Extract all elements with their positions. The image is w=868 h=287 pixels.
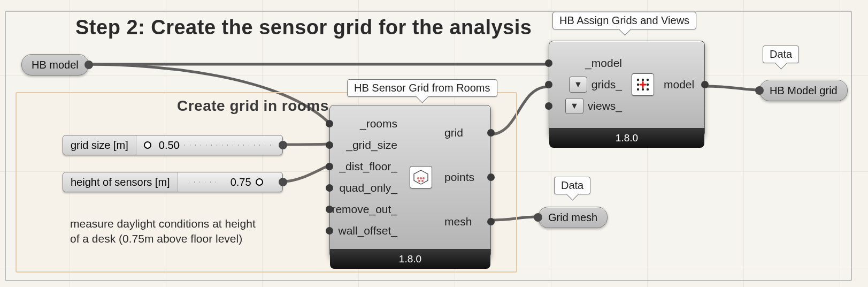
- input-port[interactable]: [545, 59, 552, 67]
- input-port[interactable]: [545, 102, 552, 110]
- param-grid-size[interactable]: grid size [m] 0.50: [63, 135, 283, 155]
- input-port[interactable]: [326, 120, 333, 127]
- component-assign-grids[interactable]: _model ▼ grids_ ▼ views_: [549, 41, 705, 137]
- slider-knob[interactable]: [256, 178, 263, 186]
- sensor-grid-title-bubble: HB Sensor Grid from Rooms: [347, 79, 497, 97]
- param-grid-size-track[interactable]: 0.50: [136, 135, 282, 155]
- svg-point-5: [421, 180, 424, 182]
- input-port[interactable]: [326, 141, 333, 149]
- component-version: 1.8.0: [330, 249, 490, 269]
- output-nip[interactable]: [279, 178, 287, 186]
- svg-point-1: [417, 177, 419, 179]
- svg-point-2: [420, 177, 422, 179]
- inner-group-title: Create grid in rooms: [177, 97, 329, 115]
- step-title: Step 2: Create the sensor grid for the a…: [75, 16, 532, 39]
- svg-point-10: [647, 84, 649, 86]
- param-sensor-height[interactable]: height of sensors [m] 0.75: [63, 172, 283, 192]
- desk-note: measure daylight conditions at height of…: [70, 216, 256, 247]
- input-nip[interactable]: [755, 86, 764, 95]
- output-nip[interactable]: [279, 141, 287, 149]
- down-arrow-button[interactable]: ▼: [565, 98, 583, 114]
- component-version: 1.8.0: [549, 128, 704, 148]
- slider-knob[interactable]: [144, 141, 151, 149]
- model-out-bubble: Data: [763, 46, 799, 63]
- assign-grids-title-bubble: HB Assign Grids and Views: [552, 12, 696, 29]
- down-arrow-button[interactable]: ▼: [569, 77, 587, 93]
- grid-mesh-bubble: Data: [554, 177, 590, 194]
- input-nip[interactable]: [534, 213, 542, 222]
- svg-point-9: [637, 84, 639, 86]
- input-port[interactable]: [545, 81, 552, 88]
- input-port[interactable]: [326, 184, 333, 192]
- svg-point-3: [423, 177, 425, 179]
- input-port[interactable]: [326, 163, 333, 170]
- output-port[interactable]: [701, 81, 709, 88]
- svg-point-6: [637, 79, 639, 81]
- svg-point-13: [647, 88, 649, 90]
- output-hb-model-grid[interactable]: HB Model grid: [759, 80, 848, 101]
- svg-point-4: [418, 180, 420, 182]
- output-hb-model-grid-label: HB Model grid: [770, 85, 838, 97]
- sensor-grid-icon: [410, 166, 432, 188]
- output-port[interactable]: [487, 218, 495, 225]
- input-port[interactable]: [326, 206, 333, 213]
- input-port[interactable]: [326, 227, 333, 235]
- output-grid-mesh-label: Grid mesh: [548, 212, 597, 224]
- param-sensor-height-track[interactable]: 0.75: [178, 172, 282, 192]
- svg-point-8: [647, 79, 649, 81]
- param-sensor-height-value: 0.75: [231, 176, 251, 188]
- component-sensor-grid[interactable]: _rooms _grid_size _dist_floor_ quad_only…: [329, 105, 491, 258]
- svg-point-11: [637, 88, 639, 90]
- param-sensor-height-label: height of sensors [m]: [63, 172, 178, 192]
- assign-grids-icon: [632, 73, 654, 96]
- svg-point-12: [642, 88, 644, 90]
- output-grid-mesh[interactable]: Grid mesh: [538, 207, 608, 228]
- input-hb-model[interactable]: HB model: [21, 54, 89, 75]
- output-nip[interactable]: [85, 61, 93, 69]
- param-grid-size-label: grid size [m]: [63, 135, 136, 155]
- input-hb-model-label: HB model: [32, 59, 79, 71]
- svg-point-7: [642, 79, 644, 81]
- output-port[interactable]: [487, 173, 495, 181]
